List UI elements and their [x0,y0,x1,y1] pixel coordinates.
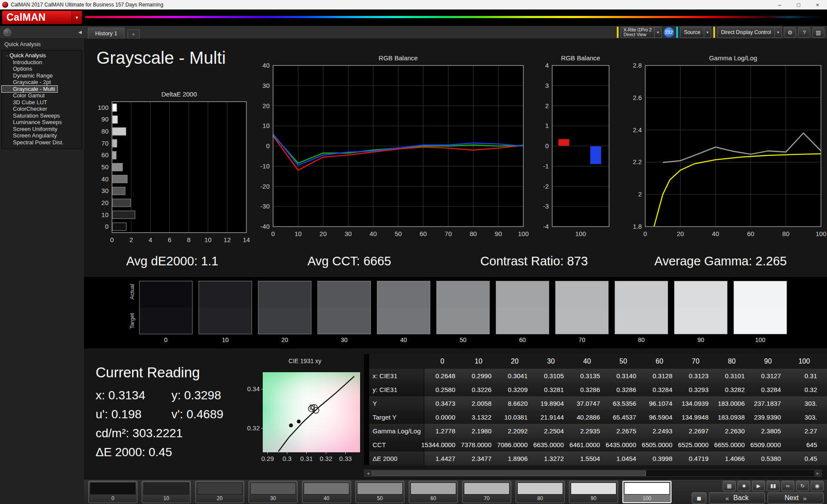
tick-label: 100 [518,230,529,237]
grayscale-swatch-70: 70 [555,281,609,343]
pause-button[interactable]: ▮▮ [767,481,780,491]
pattern-fullscreen-button[interactable]: ◼ [692,492,706,504]
table-cell: 19.8904 [533,396,569,410]
source-selector[interactable]: Source ▼ [680,27,711,38]
sidebar-header: Quick Analysis [0,39,84,47]
chart-title: Gamma Log/Log [709,54,757,62]
level-patch-100[interactable]: 100 [622,481,672,503]
table-cell: 0.3140 [605,369,641,383]
quick-menu-button[interactable] [3,28,11,36]
sidebar-item-screen-uniformity[interactable]: Screen Uniformity [2,126,82,133]
target-half [556,308,608,334]
swatch-label: 30 [317,336,371,343]
level-patch-40[interactable]: 40 [302,481,351,503]
patch-swatch [571,482,616,495]
back-button[interactable]: « Back [709,492,765,504]
next-button[interactable]: Next » [768,492,824,504]
sidebar-item-grayscale-2pt[interactable]: Grayscale - 2pt [2,79,82,86]
table-cell: 0.3281 [533,383,569,396]
tab-history-1[interactable]: History 1 [88,28,124,39]
sidebar-item-luminance-sweeps[interactable]: Luminance Sweeps [2,119,82,126]
level-patch-20[interactable]: 20 [195,481,244,503]
scroll-thumb[interactable] [372,470,646,476]
meter-selector[interactable]: X-Rite i1Pro 2 Direct View ▼ [621,27,662,38]
calman-logo[interactable]: CalMAN ▼ [2,11,82,24]
table-cell: 1.8906 [497,451,533,465]
target-half [258,308,311,334]
grayscale-swatch-strip: Actual Target 0102030405060708090100 [84,277,827,348]
table-cell: 40.2886 [569,410,605,424]
close-button[interactable]: × [808,0,827,9]
sidebar-item-color-gamut[interactable]: Color Gamut [2,92,82,99]
patch-swatch [464,482,510,495]
scroll-left-arrow[interactable]: ◄ [364,470,372,476]
table-cell: 1.3272 [533,451,569,465]
minimize-button[interactable]: – [770,0,789,9]
tick-label: 0 [545,142,549,149]
scroll-right-arrow[interactable]: ► [814,470,821,476]
sidebar-item-quick-analysis[interactable]: Quick Analysis [2,52,82,59]
sidebar-item-colorchecker[interactable]: ColorChecker [2,106,82,112]
table-cell: 6461.0000 [569,438,605,451]
logo-menu-caret-icon[interactable]: ▼ [72,11,82,24]
maximize-button[interactable]: □ [789,0,808,9]
table-cell: 183.0006 [714,396,750,410]
level-patch-0[interactable]: 0 [88,481,137,503]
tick-label: 10 [262,122,270,129]
sidebar-item-spectral-power-dist[interactable]: Spectral Power Dist. [2,139,82,146]
layout-button[interactable]: ▥ [812,27,824,37]
help-button[interactable]: ? [798,27,810,37]
scroll-track[interactable] [372,470,814,476]
loop-button[interactable]: ∞ [781,481,794,491]
settings-gear-button[interactable]: ⚙ [784,27,796,37]
swatch-box [436,281,490,334]
display-control-selector[interactable]: Direct Display Control ▼ [717,27,782,38]
level-patch-50[interactable]: 50 [355,481,404,503]
luminance-value: cd/m²: 303.2221 [96,426,255,440]
deltae-bar [112,211,135,219]
chevron-down-icon[interactable]: ▼ [654,27,661,37]
play-button[interactable]: ▶ [752,481,765,491]
level-patch-60[interactable]: 60 [409,481,458,503]
record-button[interactable]: ◉ [811,481,824,491]
level-patch-80[interactable]: 80 [516,481,565,503]
tick-label: 0.31 [300,455,313,462]
swatch-box [496,281,549,334]
patch-label: 20 [197,495,243,502]
level-patch-90[interactable]: 90 [569,481,618,503]
swatch-box [139,281,193,334]
chevron-down-icon[interactable]: ▼ [774,27,781,37]
sidebar-item-screen-angularity[interactable]: Screen Angularity [2,132,82,139]
meter-count-badge[interactable]: 232 [664,27,674,37]
patch-label: 40 [304,495,349,502]
level-patch-70[interactable]: 70 [462,481,511,503]
sidebar-collapse-icon[interactable]: ◀ [78,30,82,34]
table-cell: 2.1980 [460,424,497,438]
sidebar-item-3d-cube-lut[interactable]: 3D Cube LUT [2,99,82,106]
table-cell: 21.9144 [533,410,569,424]
stop-button[interactable]: ■ [737,481,750,491]
sidebar-item-dynamic-range[interactable]: Dynamic Range [2,72,82,79]
rgb-balance-line-chart: RGB Balance01020304050607080901004030201… [254,54,528,240]
tab-bar: ◀ History 1 + X-Rite i1Pro 2 Direct View… [0,26,827,39]
sidebar-item-saturation-sweeps[interactable]: Saturation Sweeps [2,112,82,119]
refresh-button[interactable]: ↻ [796,481,809,491]
patch-label: 30 [250,495,296,502]
table-body: x: CIE310.26480.29900.30410.31050.31350.… [369,369,827,465]
table-cell: 1.0454 [605,451,641,465]
chevron-down-icon[interactable]: ▼ [704,27,711,37]
swatch-label: 90 [674,336,728,343]
sidebar-item-grayscale-multi[interactable]: Grayscale - Multi [2,86,57,93]
table-row-header: ΔE 2000 [369,451,424,465]
pattern-window-button[interactable]: ▦ [723,481,736,491]
sidebar-item-options[interactable]: Options [2,65,82,72]
actual-half [140,281,192,308]
tick-label: 10 [295,230,302,237]
sidebar-item-introduction[interactable]: Introduction [2,59,82,66]
add-tab-button[interactable]: + [127,29,140,39]
level-patch-30[interactable]: 30 [249,481,298,503]
table-row: Gamma Log/Log1.27782.19802.20922.25042.2… [369,424,827,438]
table-row: Target Y0.00003.132210.038121.914440.288… [369,410,827,424]
level-patch-10[interactable]: 10 [142,481,191,503]
table-scrollbar[interactable]: ◄ ► [364,470,822,477]
